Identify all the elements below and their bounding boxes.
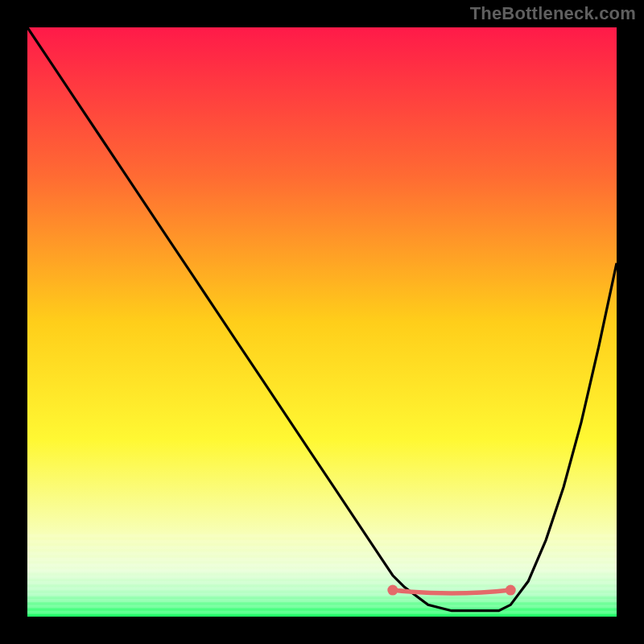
svg-rect-4 (27, 558, 617, 561)
svg-rect-1 (27, 540, 617, 543)
chart-plot (27, 27, 617, 617)
flat-segment-right-cap (506, 585, 516, 596)
flat-segment-left-cap (387, 585, 398, 596)
svg-rect-12 (27, 605, 617, 608)
watermark-text: TheBottleneck.com (470, 3, 636, 24)
svg-rect-13 (27, 611, 617, 614)
gradient-background (27, 27, 617, 617)
svg-rect-5 (27, 564, 617, 567)
svg-rect-11 (27, 599, 617, 602)
svg-rect-10 (27, 593, 617, 597)
svg-rect-9 (27, 587, 617, 590)
chart-frame: TheBottleneck.com (0, 0, 644, 644)
svg-rect-6 (27, 569, 617, 572)
svg-rect-2 (27, 546, 617, 549)
svg-rect-3 (27, 551, 617, 555)
svg-rect-0 (27, 535, 617, 538)
